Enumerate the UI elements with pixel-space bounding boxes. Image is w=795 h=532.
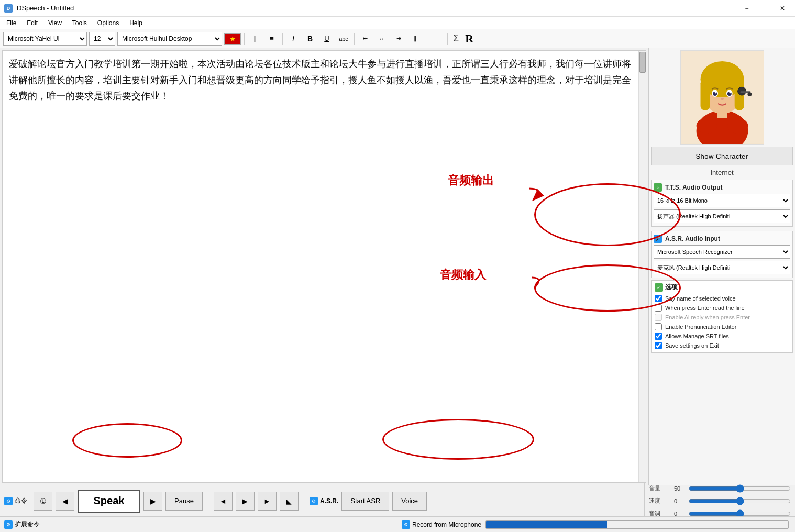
title-bar: D DSpeech - Untitled − ☐ ✕ xyxy=(0,0,795,17)
maximize-button[interactable]: ☐ xyxy=(756,3,773,14)
menu-options[interactable]: Options xyxy=(93,18,123,28)
tts-audio-output-section: ♪ T.T.S. Audio Output 16 kHz 16 Bit Mono… xyxy=(651,180,793,227)
bottom-footer: ⚙ 扩展命令 ⚙ Record from Microphone xyxy=(0,516,795,532)
extra-button[interactable]: ⋯ xyxy=(429,32,444,46)
show-character-button[interactable]: Show Character xyxy=(651,147,793,165)
align-left2-button[interactable]: ⇤ xyxy=(358,32,372,46)
bullets-button[interactable]: ≡ xyxy=(264,32,279,46)
save-settings-label[interactable]: Save settings on Exit xyxy=(665,342,719,349)
next-button[interactable]: ▶ xyxy=(143,492,162,511)
asr-bottom-label: A.S.R. xyxy=(320,497,338,505)
minimize-button[interactable]: − xyxy=(738,3,755,14)
srt-checkbox[interactable] xyxy=(655,332,662,340)
menu-help[interactable]: Help xyxy=(125,18,147,28)
pause-button[interactable]: Pause xyxy=(165,492,203,511)
srt-row: Allows Manage SRT files xyxy=(655,331,789,341)
enter-read-checkbox[interactable] xyxy=(655,304,662,312)
pitch-value: 0 xyxy=(674,511,684,517)
menu-edit[interactable]: Edit xyxy=(23,18,42,28)
audio-quality-select[interactable]: 16 kHz 16 Bit Mono 8 kHz 8 Bit Mono 8 kH… xyxy=(654,194,790,207)
italic-button[interactable]: I xyxy=(286,32,301,46)
pronunciation-row: Enable Pronunciation Editor xyxy=(655,322,789,331)
r-button[interactable]: R xyxy=(465,32,473,46)
volume-label: 音量 xyxy=(649,484,670,492)
close-button[interactable]: ✕ xyxy=(774,3,791,14)
svg-point-13 xyxy=(721,98,724,100)
asr-play-button[interactable]: ▶ xyxy=(236,492,255,511)
volume-slider[interactable] xyxy=(689,484,791,493)
asr-section: ⚙ A.S.R. Start ASR Voice xyxy=(310,492,641,511)
text-editor[interactable]: 爱破解论坛官方入门教学培训第一期开始啦，本次活动由论坛各位技术版主和论坛大牛参与… xyxy=(2,50,646,483)
speed-slider[interactable] xyxy=(689,497,791,505)
enter-read-label[interactable]: When press Enter read the line xyxy=(665,305,745,311)
speed-label: 速度 xyxy=(649,497,670,505)
say-name-checkbox[interactable] xyxy=(655,295,662,302)
speed-value: 0 xyxy=(674,498,684,504)
microphone-select[interactable]: 麦克风 (Realtek High Definiti xyxy=(654,261,790,274)
bottom-controls: ⚙ 命令 ① ◀ Speak ▶ Pause ◄ ▶ ► ◣ ⚙ A.S.R. xyxy=(0,485,795,516)
tts-icon: ♪ xyxy=(654,183,662,192)
menu-tools[interactable]: Tools xyxy=(68,18,91,28)
character-image xyxy=(680,50,764,145)
ai-reply-row: Enable Al reply when press Enter xyxy=(655,313,789,322)
volume-value: 50 xyxy=(674,485,684,492)
enter-read-row: When press Enter read the line xyxy=(655,303,789,313)
srt-label[interactable]: Allows Manage SRT files xyxy=(665,333,729,339)
start-asr-button[interactable]: Start ASR xyxy=(341,492,389,511)
vertical-scrollbar[interactable] xyxy=(638,51,646,482)
pronunciation-label[interactable]: Enable Pronunciation Editor xyxy=(665,324,736,330)
record-section: ⚙ Record from Microphone xyxy=(398,520,795,529)
asr-back-button[interactable]: ◄ xyxy=(214,492,233,511)
asr-bottom-icon: ⚙ xyxy=(310,497,318,505)
internet-section-header: Internet xyxy=(651,168,793,178)
language-flag[interactable]: ★ xyxy=(224,33,241,45)
voice-button[interactable]: Voice xyxy=(392,492,427,511)
title-bar-controls: − ☐ ✕ xyxy=(738,3,791,14)
expand-icon: ⚙ xyxy=(4,520,13,529)
say-name-row: Say name of selected voice xyxy=(655,294,789,303)
sliders-section: 音量 50 速度 0 音调 0 xyxy=(644,482,791,520)
pronunciation-checkbox[interactable] xyxy=(655,323,662,330)
sigma-button[interactable]: Σ xyxy=(453,33,459,44)
save-settings-row: Save settings on Exit xyxy=(655,341,789,350)
asr-forward-button[interactable]: ► xyxy=(258,492,277,511)
svg-point-14 xyxy=(737,87,746,95)
scrollbar-thumb[interactable] xyxy=(639,52,646,73)
align-right-button[interactable]: ⇥ xyxy=(391,32,406,46)
font-size-select[interactable]: 12 891011 14161820 xyxy=(89,32,115,46)
ai-reply-checkbox[interactable] xyxy=(655,314,662,321)
menu-view[interactable]: View xyxy=(44,18,66,28)
menu-file[interactable]: File xyxy=(2,18,20,28)
menu-bar: File Edit View Tools Options Help xyxy=(0,17,795,29)
bold-button[interactable]: B xyxy=(303,32,317,46)
voice-select[interactable]: Microsoft Huihui Desktop xyxy=(117,32,222,46)
font-name-select[interactable]: Microsoft YaHei UI xyxy=(3,32,87,46)
speaker-select[interactable]: 扬声器 (Realtek High Definiti xyxy=(654,209,790,223)
prev-button[interactable]: ◀ xyxy=(56,492,74,511)
strikethrough-button[interactable]: abc xyxy=(336,32,351,46)
options-label: 选项 xyxy=(665,283,678,292)
right-panel: Show Character Internet ♪ T.T.S. Audio O… xyxy=(648,48,795,485)
window-title: DSpeech - Untitled xyxy=(17,4,74,12)
svg-point-18 xyxy=(727,118,748,134)
editor-content[interactable]: 爱破解论坛官方入门教学培训第一期开始啦，本次活动由论坛各位技术版主和论坛大牛参与… xyxy=(3,51,646,482)
first-button[interactable]: ① xyxy=(34,492,52,511)
justify-button[interactable]: ∥ xyxy=(408,32,423,46)
record-progress-bar xyxy=(485,520,789,529)
align-center-button[interactable]: ↔ xyxy=(374,32,389,46)
asr-stop-button[interactable]: ◣ xyxy=(280,492,299,511)
record-icon: ⚙ xyxy=(402,520,410,529)
speak-button[interactable]: Speak xyxy=(78,490,140,513)
asr-audio-input-label: A.S.R. Audio Input xyxy=(665,235,720,242)
say-name-label[interactable]: Say name of selected voice xyxy=(665,295,736,302)
asr-recognizer-select[interactable]: Microsoft Speech Recognizer xyxy=(654,245,790,259)
ai-reply-label[interactable]: Enable Al reply when press Enter xyxy=(665,314,750,320)
svg-point-17 xyxy=(696,118,717,134)
volume-row: 音量 50 xyxy=(649,482,791,495)
app-icon: D xyxy=(4,4,13,13)
underline-button[interactable]: U xyxy=(319,32,334,46)
expand-label: 扩展命令 xyxy=(15,520,40,529)
align-left-button[interactable]: ∥ xyxy=(248,32,262,46)
save-settings-checkbox[interactable] xyxy=(655,342,662,349)
tts-audio-output-label: T.T.S. Audio Output xyxy=(665,184,723,191)
